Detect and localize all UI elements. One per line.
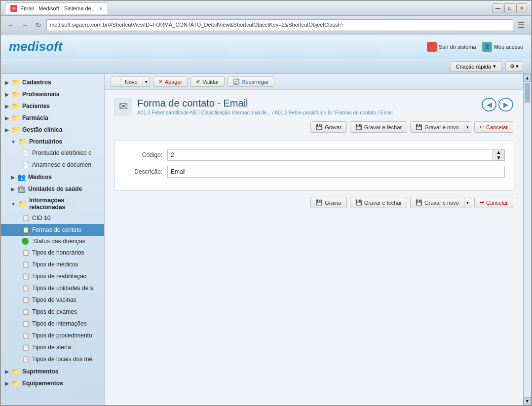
refresh-btn[interactable]: ↻ <box>33 19 44 31</box>
cancelar-btn-top[interactable]: ↩ Cancelar <box>474 121 513 133</box>
tipos-exames-label: Tipos de exames <box>32 308 77 315</box>
sidebar-item-cid10[interactable]: 📋 CID 10 <box>1 212 104 224</box>
farmacia-label: Farmácia <box>22 114 48 121</box>
exit-label: Sair do sistema <box>439 44 476 50</box>
novo-btn[interactable]: 📄 Novo <box>111 76 143 87</box>
form-section: Código: ▲▼ Descrição: <box>114 141 513 191</box>
sidebar-item-equipamentos[interactable]: ▶ 📁 Equipamentos <box>1 377 104 389</box>
tipos-locais-label: Tipos de locais dos mé <box>32 356 92 363</box>
page-icon: 📋 <box>22 355 30 363</box>
browser-tab[interactable]: ✉ Email - Medisoft - Sistema de... ✕ <box>5 2 108 14</box>
forward-btn[interactable]: → <box>19 19 31 31</box>
scroll-down-btn[interactable]: ▼ <box>524 397 531 405</box>
gravar-novo-split-top[interactable]: ▾ <box>464 121 471 133</box>
user-avatar-btn[interactable]: ⚙ ▾ <box>505 61 523 72</box>
cancelar-btn-bottom[interactable]: ↩ Cancelar <box>474 197 513 208</box>
scroll-thumb[interactable] <box>525 83 530 103</box>
address-bar[interactable] <box>46 19 513 31</box>
gravar-novo-btn-top[interactable]: 💾 Gravar e novo <box>410 121 464 133</box>
gravar-novo-split-bottom[interactable]: ▾ <box>464 197 471 208</box>
sidebar-item-cadastros[interactable]: ▶ 📁 Cadastros <box>1 76 104 88</box>
minimize-btn[interactable]: — <box>493 3 503 13</box>
breadcrumb-link-2[interactable]: Classificação Internacional de... <box>201 110 271 115</box>
profissionais-label: Profissionais <box>22 91 59 98</box>
sidebar-item-tipos-locais[interactable]: 📋 Tipos de locais dos mé <box>1 353 104 365</box>
medicos-label: Médicos <box>28 174 52 181</box>
page-icon: 📋 <box>22 343 30 351</box>
prontuarios-label: Prontuários <box>29 138 62 145</box>
validar-label: Validar <box>202 79 219 85</box>
back-btn[interactable]: ← <box>5 19 17 31</box>
exit-btn[interactable]: 🚪 Sair do sistema <box>427 42 476 52</box>
scroll-up-btn[interactable]: ▲ <box>524 74 531 82</box>
codigo-row: Código: ▲▼ <box>123 149 505 161</box>
browser-menu-btn[interactable]: ☰ <box>515 19 527 31</box>
sidebar-item-tipos-exames[interactable]: 📋 Tipos de exames <box>1 306 104 318</box>
sidebar-item-gestao[interactable]: ▶ 📁 Gestão clínica <box>1 123 104 135</box>
novo-split-btn[interactable]: ▾ <box>143 76 150 87</box>
building-icon: 🏥 <box>17 185 26 193</box>
sidebar-item-tipos-unidades[interactable]: 📋 Tipos de unidades de s <box>1 282 104 294</box>
codigo-input[interactable] <box>167 149 493 161</box>
breadcrumb-link-1[interactable]: A01.4 Febre paratifoide NE <box>137 110 197 115</box>
sidebar-item-suprimentos[interactable]: ▶ 📁 Suprimentos <box>1 365 104 377</box>
main-layout: ▶ 📁 Cadastros ▶ 📁 Profissionais ▶ 📁 Paci… <box>1 74 531 405</box>
sidebar-item-prontuarios[interactable]: ▼ 📁 Prontuários <box>1 135 104 147</box>
sidebar-item-tipos-reabilitacao[interactable]: 📋 Tipos de reabilitação <box>1 270 104 282</box>
gravar-fechar-btn-top[interactable]: 💾 Gravar e fechar <box>350 121 407 133</box>
sidebar-item-formas-contato[interactable]: 📋 Formas de contato <box>1 224 104 236</box>
sidebar-item-prontuario-eletronico[interactable]: 📄 Prontuário eletrônico c <box>1 147 104 159</box>
my-access-btn[interactable]: 👤 Meu acesso <box>482 42 523 52</box>
gravar-fechar-btn-bottom[interactable]: 💾 Gravar e fechar <box>350 197 407 208</box>
cadastros-label: Cadastros <box>22 79 51 86</box>
maximize-btn[interactable]: □ <box>504 3 515 13</box>
sidebar-item-pacientes[interactable]: ▶ 📁 Pacientes <box>1 100 104 111</box>
tipos-reabilitacao-label: Tipos de reabilitação <box>32 273 86 280</box>
recarregar-btn[interactable]: 🔄 Recarregar <box>228 76 274 87</box>
breadcrumb-link-4[interactable]: Formas de contato <box>335 110 376 115</box>
sidebar-item-status-doencas[interactable]: Status das doenças <box>1 236 104 247</box>
sidebar-item-unidades[interactable]: ▶ 🏥 Unidades de saúde <box>1 183 104 194</box>
apagar-btn[interactable]: ✕ Apagar <box>153 76 188 87</box>
folder-icon: 📁 <box>11 102 20 110</box>
gravar-novo-btn-bottom[interactable]: 💾 Gravar e novo <box>410 197 464 208</box>
gravar-novo-label-bottom: Gravar e novo <box>424 200 459 206</box>
gravar-btn-top[interactable]: 💾 Gravar <box>310 121 347 133</box>
nav-prev-btn[interactable]: ◀ <box>482 98 496 111</box>
codigo-side-btn[interactable]: ▲▼ <box>493 149 505 161</box>
app-header: medisoft 🚪 Sair do sistema 👤 Meu acesso <box>1 35 531 59</box>
cancel-icon: ↩ <box>480 124 484 130</box>
tab-close-btn[interactable]: ✕ <box>99 6 103 11</box>
sidebar-item-tipos-internacoes[interactable]: 📋 Tipos de internações <box>1 318 104 330</box>
sidebar-item-farmacia[interactable]: ▶ 📁 Farmácia <box>1 111 104 123</box>
folder-icon: 📁 <box>11 379 20 387</box>
tipos-vacinas-label: Tipos de vacinas <box>32 296 76 303</box>
user-avatar-icon: ⚙ <box>510 63 515 70</box>
sidebar-item-tipos-medicos[interactable]: 📋 Tipos de médicos <box>1 258 104 270</box>
sidebar-item-anamnese[interactable]: 📄 Anamnese e documen <box>1 159 104 171</box>
quick-create-btn[interactable]: Criação rápida ▾ <box>450 61 501 72</box>
header-actions: 🚪 Sair do sistema 👤 Meu acesso <box>427 42 523 52</box>
expand-icon: ▶ <box>5 369 9 374</box>
sidebar-item-tipos-honorarios[interactable]: 📋 Tipos de honorários <box>1 247 104 258</box>
sidebar-item-profissionais[interactable]: ▶ 📁 Profissionais <box>1 88 104 100</box>
gravar-btn-bottom[interactable]: 💾 Gravar <box>310 197 347 208</box>
page-icon: 📋 <box>22 284 30 292</box>
sidebar-item-medicos[interactable]: ▶ 👥 Médicos <box>1 171 104 183</box>
sidebar-item-tipos-procedimentos[interactable]: 📋 Tipos de procedimento <box>1 330 104 341</box>
sidebar-item-tipos-vacinas[interactable]: 📋 Tipos de vacinas <box>1 294 104 306</box>
sidebar-item-tipos-alerta[interactable]: 📋 Tipos de alerta <box>1 341 104 353</box>
breadcrumb-link-3[interactable]: A01.2 Febre paratifoide B <box>275 110 331 115</box>
descricao-input[interactable] <box>167 166 505 178</box>
prontuario-eletronico-label: Prontuário eletrônico c <box>32 149 91 156</box>
folder-icon: 📁 <box>11 368 20 375</box>
expand-icon: ▶ <box>5 115 9 121</box>
recarregar-label: Recarregar <box>242 79 269 85</box>
unidades-label: Unidades de saúde <box>28 185 82 192</box>
nav-next-btn[interactable]: ▶ <box>498 98 513 111</box>
right-scrollbar[interactable]: ▲ ▼ <box>523 74 531 405</box>
validar-btn[interactable]: ✔ Validar <box>190 76 224 87</box>
tipos-internacoes-label: Tipos de internações <box>32 320 87 327</box>
close-btn[interactable]: ✕ <box>516 3 527 13</box>
sidebar-item-informacoes[interactable]: ▼ 📁 Informações relacionadas <box>1 194 104 212</box>
